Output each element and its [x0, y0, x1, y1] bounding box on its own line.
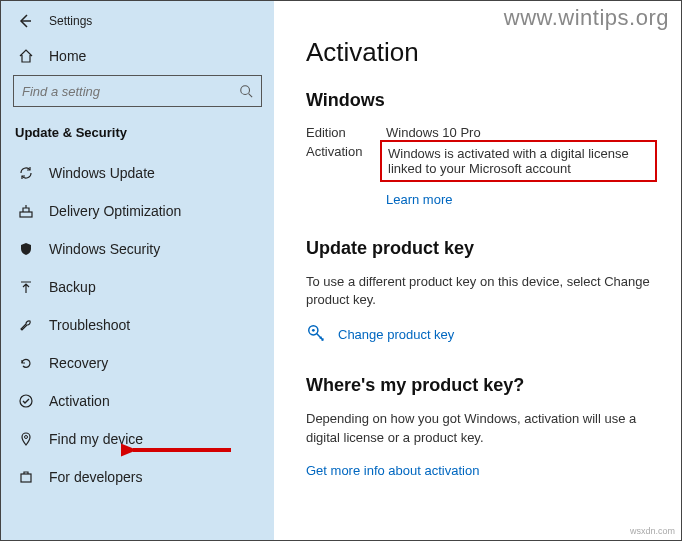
where-key-heading: Where's my product key?: [306, 375, 657, 396]
nav-windows-update[interactable]: Windows Update: [1, 154, 274, 192]
change-product-key-button[interactable]: Change product key: [306, 323, 657, 345]
update-key-heading: Update product key: [306, 238, 657, 259]
location-icon: [17, 430, 35, 448]
home-label: Home: [49, 48, 86, 64]
recovery-icon: [17, 354, 35, 372]
search-input[interactable]: [22, 84, 239, 99]
footer-credit: wsxdn.com: [630, 526, 675, 536]
nav-activation[interactable]: Activation: [1, 382, 274, 420]
sync-icon: [17, 164, 35, 182]
activation-value: Windows is activated with a digital lice…: [388, 146, 629, 176]
backup-icon: [17, 278, 35, 296]
learn-more-link[interactable]: Learn more: [386, 192, 452, 207]
delivery-icon: [17, 202, 35, 220]
category-heading: Update & Security: [1, 121, 274, 154]
nav-recovery[interactable]: Recovery: [1, 344, 274, 382]
sidebar: Settings Home Update & Security Windows …: [1, 1, 274, 540]
key-icon: [306, 323, 328, 345]
svg-rect-1: [20, 212, 32, 217]
search-box[interactable]: [13, 75, 262, 107]
svg-rect-4: [21, 474, 31, 482]
watermark-text: www.wintips.org: [504, 5, 669, 31]
svg-point-6: [312, 329, 315, 332]
get-more-info-link[interactable]: Get more info about activation: [306, 463, 479, 478]
nav-backup[interactable]: Backup: [1, 268, 274, 306]
nav-for-developers[interactable]: For developers: [1, 458, 274, 496]
main-content: Activation Windows Edition Windows 10 Pr…: [274, 1, 681, 540]
home-button[interactable]: Home: [1, 39, 274, 75]
nav-windows-security[interactable]: Windows Security: [1, 230, 274, 268]
edition-value: Windows 10 Pro: [386, 125, 657, 140]
nav-list: Windows Update Delivery Optimization Win…: [1, 154, 274, 496]
page-title: Activation: [306, 37, 657, 68]
change-key-label: Change product key: [338, 327, 454, 342]
svg-point-0: [241, 86, 250, 95]
where-key-body: Depending on how you got Windows, activa…: [306, 410, 657, 446]
activation-label: Activation: [306, 144, 386, 182]
nav-delivery-optimization[interactable]: Delivery Optimization: [1, 192, 274, 230]
update-key-body: To use a different product key on this d…: [306, 273, 657, 309]
svg-point-2: [20, 395, 32, 407]
wrench-icon: [17, 316, 35, 334]
nav-find-my-device[interactable]: Find my device: [1, 420, 274, 458]
svg-point-3: [25, 436, 28, 439]
shield-icon: [17, 240, 35, 258]
check-circle-icon: [17, 392, 35, 410]
arrow-left-icon: [17, 13, 33, 29]
developers-icon: [17, 468, 35, 486]
edition-label: Edition: [306, 125, 386, 140]
nav-troubleshoot[interactable]: Troubleshoot: [1, 306, 274, 344]
home-icon: [17, 47, 35, 65]
back-button[interactable]: [15, 11, 35, 31]
search-icon: [239, 84, 253, 98]
window-title: Settings: [49, 14, 92, 28]
windows-heading: Windows: [306, 90, 657, 111]
activation-status-highlight: Windows is activated with a digital lice…: [380, 140, 657, 182]
